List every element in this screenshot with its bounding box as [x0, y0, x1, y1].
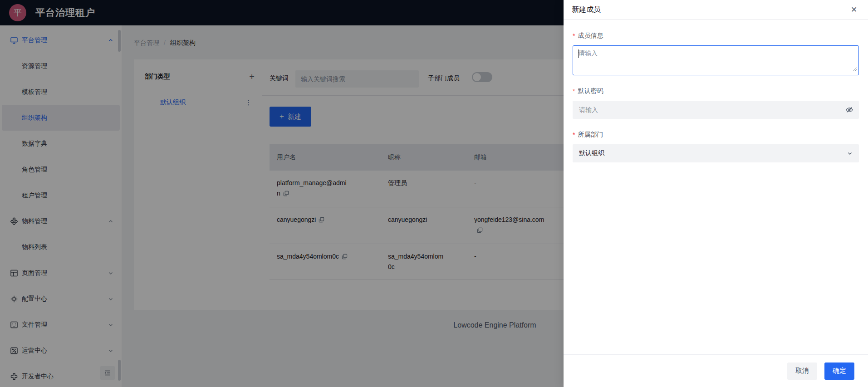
required-asterisk: * [573, 88, 575, 95]
new-member-drawer: 新建成员 ✕ * 成员信息 * 默认密码 [564, 0, 868, 387]
app-root: 平 平台治理租户 平台管理 资源管理 模板管理 组织架构 [0, 0, 868, 387]
drawer-footer: 取消 确定 [564, 354, 868, 387]
department-select[interactable]: 默认组织 [573, 144, 859, 162]
drawer-title: 新建成员 [572, 5, 601, 15]
password-input[interactable] [573, 101, 859, 119]
eye-off-icon[interactable] [845, 106, 853, 114]
chevron-down-icon [847, 151, 853, 156]
member-info-textarea[interactable] [573, 45, 859, 75]
member-info-field [573, 45, 859, 75]
drawer-header: 新建成员 ✕ [564, 0, 868, 20]
required-asterisk: * [573, 131, 575, 138]
resize-handle-icon[interactable] [853, 65, 857, 73]
drawer-body: * 成员信息 * 默认密码 * 所 [564, 20, 868, 354]
department-select-label: * 所属部门 [573, 131, 859, 139]
member-info-label: * 成员信息 [573, 32, 859, 40]
required-asterisk: * [573, 32, 575, 39]
text-cursor [578, 49, 579, 58]
default-password-label: * 默认密码 [573, 87, 859, 95]
close-icon[interactable]: ✕ [849, 5, 859, 15]
cancel-button[interactable]: 取消 [787, 363, 817, 380]
department-select-value: 默认组织 [579, 149, 604, 157]
confirm-button[interactable]: 确定 [824, 363, 854, 380]
default-password-field [573, 101, 859, 119]
